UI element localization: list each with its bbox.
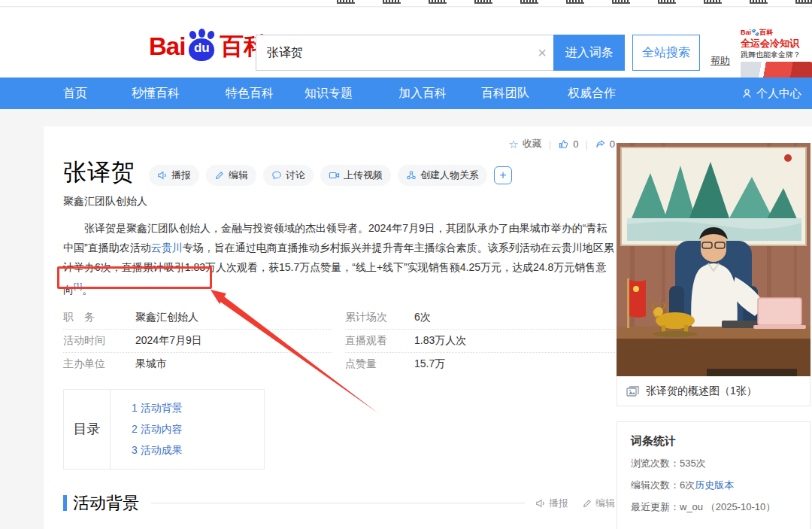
toc-item-results[interactable]: 3 活动成果 [132,442,183,458]
sidebar: 张译贺的概述图（1张） [617,143,810,406]
infobox-label: 活动时间 [63,334,131,348]
top-link-truncated[interactable] [429,0,447,4]
top-nav-truncated [0,0,812,7]
infobox-label: 直播观看 [345,334,398,348]
stat-views: 浏览次数：535次 [631,457,796,470]
favorite-button[interactable]: ☆ 收藏 [508,137,541,150]
entry-title: 张译贺 [63,157,135,188]
baike-logo[interactable]: Bai du 百科 [149,30,268,63]
stat-updated: 最近更新：w_ou （2025-10-10） [631,500,796,514]
baidu-paw-icon: du [186,31,217,62]
section-broadcast-label: 播报 [549,497,568,510]
link-yunguichuan[interactable]: 云贵川 [151,242,183,254]
top-link-truncated[interactable] [566,0,584,4]
search-input[interactable] [256,46,531,59]
enter-entry-button[interactable]: 进入词条 [553,35,625,71]
section-title: 活动背景 [73,492,139,515]
entry-stats-card: 词条统计 浏览次数：535次 编辑次数：6次历史版本 最近更新：w_ou （20… [617,421,810,529]
promo-subtitle: 跳舞也能拿金牌？ [741,50,812,59]
section-edit-label: 编辑 [595,497,615,510]
section-edit-button[interactable]: 编辑 [582,497,615,510]
promo-mini-logo: Bai🐾百科 [741,28,812,38]
overview-image-caption[interactable]: 张译贺的概述图（1张） [617,376,810,406]
profile-photo[interactable] [617,143,810,376]
broadcast-label: 播报 [171,169,191,182]
help-link[interactable]: 帮助 [710,54,730,68]
upload-video-label: 上传视频 [344,169,383,182]
toc-item-background[interactable]: 1 活动背景 [132,400,183,416]
top-link-truncated[interactable] [750,0,768,4]
section-broadcast-button[interactable]: 播报 [535,497,568,510]
toc-item-content[interactable]: 2 活动内容 [132,421,183,437]
summary-text: 。 [82,284,92,296]
broadcast-button[interactable]: 播报 [149,165,199,186]
top-link-truncated[interactable] [383,0,401,4]
top-link-truncated[interactable] [612,0,630,4]
header: Bai du 百科 × 进入词条 全站搜索 帮助 Bai🐾百科 全运会冷知识 跳… [0,8,812,78]
caption-text: 张译贺的概述图（1张） [646,385,757,398]
section-divider [151,503,525,503]
add-to-collection-button[interactable]: + [494,166,512,184]
baike-page: Bai du 百科 × 进入词条 全站搜索 帮助 Bai🐾百科 全运会冷知识 跳… [0,0,812,529]
nav-item-tese[interactable]: 特色百科 [226,86,274,102]
nav-item-zhishi[interactable]: 知识专题 [304,86,353,102]
infobox-value: 1.83万人次 [414,334,466,348]
like-button[interactable]: 0 [558,138,578,150]
infobox-row-viewers: 直播观看 1.83万人次 [345,330,615,353]
discuss-button[interactable]: 讨论 [263,165,314,186]
top-link-truncated[interactable] [474,0,492,4]
history-versions-link[interactable]: 历史版本 [695,479,734,491]
section-heading-background: 活动背景 播报 编辑 [63,492,615,515]
toc-title: 目录 [64,390,111,469]
user-center[interactable]: 个人中心 [741,87,801,101]
top-link-truncated[interactable] [520,0,538,4]
nav-item-home[interactable]: 首页 [63,86,87,102]
user-center-label: 个人中心 [756,87,801,101]
thumbs-up-icon [558,138,569,150]
main-column: ☆ 收藏 | 0 | 0 张译贺 播报 [63,137,615,529]
table-of-contents: 目录 1 活动背景 2 活动内容 3 活动成果 [63,389,265,470]
upload-video-button[interactable]: 上传视频 [320,165,391,186]
top-link-truncated[interactable] [704,0,722,4]
chat-bubble-icon [271,170,282,181]
nav-item-miaodong[interactable]: 秒懂百科 [132,86,180,102]
site-search-button[interactable]: 全站搜索 [632,35,700,71]
infobox-label: 职 务 [63,311,131,324]
infobox-value: 6次 [414,311,431,324]
top-link-truncated[interactable] [337,0,355,4]
clear-search-icon[interactable]: × [531,44,553,62]
infobox-row-date: 活动时间 2024年7月9日 [63,330,332,353]
summary-paragraph: 张译贺是聚鑫汇团队创始人，金融与投资领域的杰出领导者。2024年7月9日，其团队… [63,218,615,299]
infobox: 职 务 聚鑫汇创始人 活动时间 2024年7月9日 主办单位 果城市 累计场次 [63,306,615,375]
stats-title: 词条统计 [631,434,796,448]
create-relation-button[interactable]: 创建人物关系 [398,165,487,186]
background-paragraph: 2024年7月9日，张译贺带领聚鑫汇团队承办“青耘中国”直播助农活动云贵川专场。… [63,524,615,529]
nav-item-quanwei[interactable]: 权威合作 [568,86,616,102]
main-nav: 首页 秒懂百科 特色百科 知识专题 加入百科 百科团队 权威合作 个人中心 [0,78,812,109]
top-link-truncated[interactable] [795,0,812,4]
infobox-value: 15.7万 [414,357,445,371]
relation-graph-icon [406,170,417,181]
reference-1-link[interactable]: [1] [74,282,82,290]
nav-item-jiaru[interactable]: 加入百科 [398,86,447,102]
nav-item-tuandui[interactable]: 百科团队 [481,86,529,102]
edit-button[interactable]: 编辑 [206,165,256,186]
infobox-label: 累计场次 [345,311,398,324]
speaker-icon [157,170,168,181]
person-icon [741,88,753,99]
infobox-row-position: 职 务 聚鑫汇创始人 [63,306,332,330]
share-count: 0 [610,138,615,150]
logo-bai-text: Bai [149,32,185,61]
entry-toolbar: 播报 编辑 讨论 上传视频 [149,165,512,186]
infobox-value: 果城市 [135,357,167,371]
share-button[interactable]: 0 [595,138,615,150]
infobox-label: 主办单位 [63,357,131,371]
star-icon: ☆ [508,138,518,150]
promo-banner[interactable]: Bai🐾百科 全运会冷知识 跳舞也能拿金牌？ [741,28,812,85]
top-link-truncated[interactable] [658,0,676,4]
title-row: 张译贺 播报 编辑 讨论 上 [63,157,615,188]
video-camera-icon [329,170,340,181]
search-area: × 进入词条 全站搜索 [256,35,700,71]
pencil-icon [582,498,592,509]
create-relation-label: 创建人物关系 [420,169,479,182]
